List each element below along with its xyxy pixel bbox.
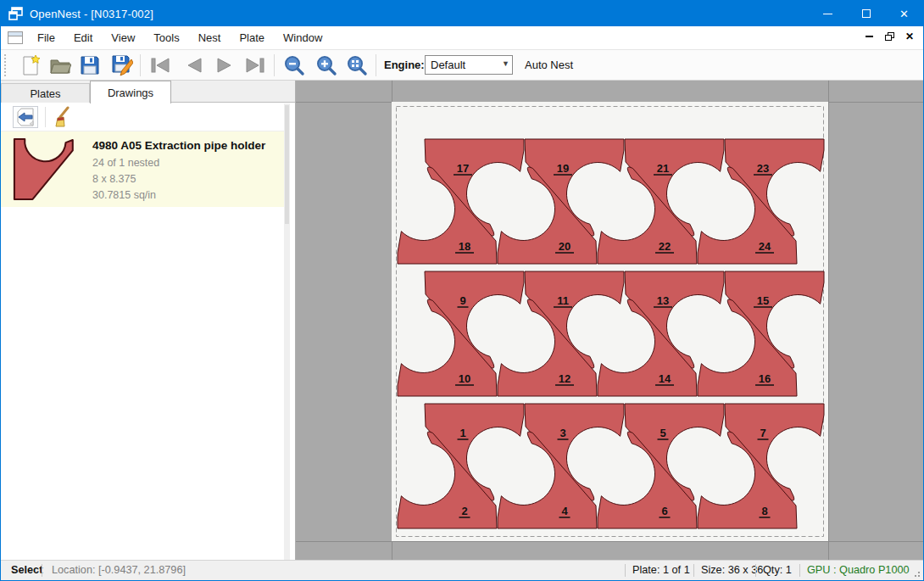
mdi-window-controls: ✕ (859, 28, 920, 45)
previous-plate-button[interactable] (181, 53, 208, 78)
part-number: 14 (659, 372, 671, 385)
zoom-out-icon (283, 54, 305, 76)
save-as-icon (111, 54, 133, 76)
drawing-size: 8 x 8.375 (92, 171, 265, 187)
part-number: 23 (757, 162, 769, 175)
app-icon (8, 7, 23, 20)
part-number: 16 (759, 372, 771, 385)
nest-svg[interactable]: 171819202122232491011121314151612345678 (392, 102, 828, 541)
resize-grip[interactable] (912, 569, 921, 578)
menu-item-window[interactable]: Window (274, 27, 331, 48)
part-number: 19 (557, 162, 569, 175)
part-number: 24 (759, 240, 771, 253)
drawing-list-item[interactable]: 4980 A05 Extraction pipe holder 24 of 1 … (1, 131, 290, 207)
drawing-nested-count: 24 of 1 nested (92, 155, 265, 171)
part-number: 6 (661, 505, 667, 517)
status-plate: Plate: 1 of 1 (632, 564, 690, 576)
part-number: 13 (657, 294, 669, 307)
plate-guide-right (828, 81, 829, 560)
tab-plates[interactable]: Plates (1, 83, 90, 103)
first-plate-button[interactable] (147, 53, 174, 78)
menu-items: FileEditViewToolsNestPlateWindow (28, 27, 331, 48)
maximize-button[interactable] (847, 1, 885, 26)
last-plate-button[interactable] (242, 53, 269, 78)
part-number: 1 (459, 427, 465, 439)
previous-plate-icon (184, 56, 204, 75)
panel-scrollbar[interactable] (284, 103, 290, 560)
first-plate-icon (149, 56, 171, 75)
part-number: 10 (459, 372, 470, 385)
part-number: 17 (457, 162, 469, 175)
drawings-panel: Plates Drawings (1, 81, 296, 560)
mdi-restore-button[interactable] (879, 28, 899, 45)
part-number: 4 (561, 505, 568, 517)
tab-drawings[interactable]: Drawings (90, 81, 171, 103)
part-number: 20 (559, 240, 571, 253)
part-number: 15 (757, 294, 769, 307)
part-number: 22 (659, 240, 671, 253)
menu-item-file[interactable]: File (28, 27, 64, 48)
part-number: 18 (459, 240, 470, 253)
status-gpu: GPU : Quadro P1000 (807, 564, 910, 576)
part-number: 8 (761, 505, 767, 517)
open-file-button[interactable] (47, 53, 74, 78)
drawing-area: 30.7815 sq/in (92, 187, 265, 204)
close-button[interactable]: ✕ (885, 1, 923, 26)
menu-item-nest[interactable]: Nest (189, 27, 231, 48)
menu-bar: FileEditViewToolsNestPlateWindow (1, 26, 923, 50)
next-plate-button[interactable] (211, 53, 238, 78)
panel-toolbar (1, 103, 295, 130)
engine-label: Engine: (384, 59, 425, 71)
zoom-fit-button[interactable] (343, 53, 370, 78)
plate-guide-bottom (296, 541, 923, 542)
zoom-fit-icon (346, 54, 368, 76)
part-thumbnail (13, 138, 84, 201)
mdi-minimize-button[interactable] (859, 28, 879, 45)
menu-item-edit[interactable]: Edit (64, 27, 102, 48)
back-arrow-icon (14, 107, 36, 127)
part-number: 5 (660, 427, 665, 439)
last-plate-icon (244, 56, 266, 75)
zoom-out-button[interactable] (281, 53, 308, 78)
save-as-button[interactable] (109, 53, 136, 78)
next-plate-icon (214, 56, 235, 75)
tab-strip: Plates Drawings (1, 81, 295, 103)
save-icon (80, 55, 100, 75)
new-file-icon (21, 54, 42, 76)
part-number: 11 (557, 294, 569, 307)
status-location: Location: [-0.9437, 21.8796] (52, 564, 186, 576)
new-file-button[interactable] (18, 53, 45, 78)
open-folder-icon (49, 55, 71, 75)
titlebar: OpenNest - [N0317-002] ✕ (1, 1, 923, 26)
drawing-title: 4980 A05 Extraction pipe holder (92, 139, 265, 152)
chevron-down-icon: ▼ (502, 59, 509, 68)
status-qty: Qty: 1 (763, 564, 792, 576)
zoom-in-icon (315, 54, 337, 76)
engine-value: Default (431, 59, 465, 71)
toolbar-grip[interactable] (4, 54, 6, 76)
clear-button[interactable] (48, 106, 74, 128)
part-number: 21 (657, 162, 669, 175)
back-arrow-button[interactable] (13, 106, 38, 128)
engine-dropdown[interactable]: Default ▼ (425, 55, 513, 75)
part-number: 9 (459, 294, 465, 307)
menu-item-view[interactable]: View (102, 27, 144, 48)
menu-item-tools[interactable]: Tools (144, 27, 188, 48)
document-window-icon[interactable] (8, 31, 23, 44)
save-button[interactable] (76, 53, 103, 78)
app-window: OpenNest - [N0317-002] ✕ FileEditViewToo… (0, 0, 924, 581)
part-number: 2 (461, 505, 467, 517)
nest-canvas[interactable]: 171819202122232491011121314151612345678 (296, 81, 923, 560)
part-number: 12 (559, 372, 571, 385)
status-size: Size: 36 x 36 (701, 564, 763, 576)
window-title: OpenNest - [N0317-002] (30, 8, 153, 20)
status-bar: Select Location: [-0.9437, 21.8796] Plat… (1, 560, 923, 580)
auto-nest-button[interactable]: Auto Nest (525, 59, 573, 71)
menu-item-plate[interactable]: Plate (230, 27, 274, 48)
panel-scrollbar-thumb[interactable] (285, 105, 289, 224)
minimize-button[interactable] (809, 1, 847, 26)
clear-broom-icon (51, 106, 71, 128)
part-number: 7 (760, 427, 765, 439)
mdi-close-button[interactable]: ✕ (899, 28, 920, 45)
zoom-in-button[interactable] (313, 53, 340, 78)
